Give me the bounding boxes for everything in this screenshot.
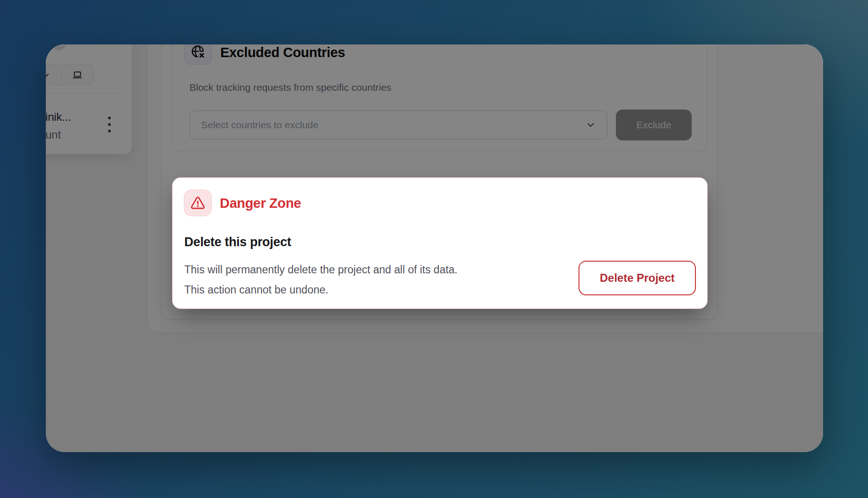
desktop-wallpaper: inik... unt Excluded Countries Block tra… [0,0,868,498]
description-line-1: This will permanently delete the project… [184,260,457,280]
warning-triangle-icon [190,196,205,211]
delete-project-button[interactable]: Delete Project [579,261,696,295]
delete-project-description: This will permanently delete the project… [184,260,457,300]
app-window: inik... unt Excluded Countries Block tra… [46,44,823,452]
danger-icon-box [184,190,212,216]
description-line-2: This action cannot be undone. [184,280,457,300]
danger-zone-card: Danger Zone Delete this project This wil… [172,177,708,309]
danger-zone-title: Danger Zone [220,196,301,211]
delete-project-heading: Delete this project [184,235,291,249]
